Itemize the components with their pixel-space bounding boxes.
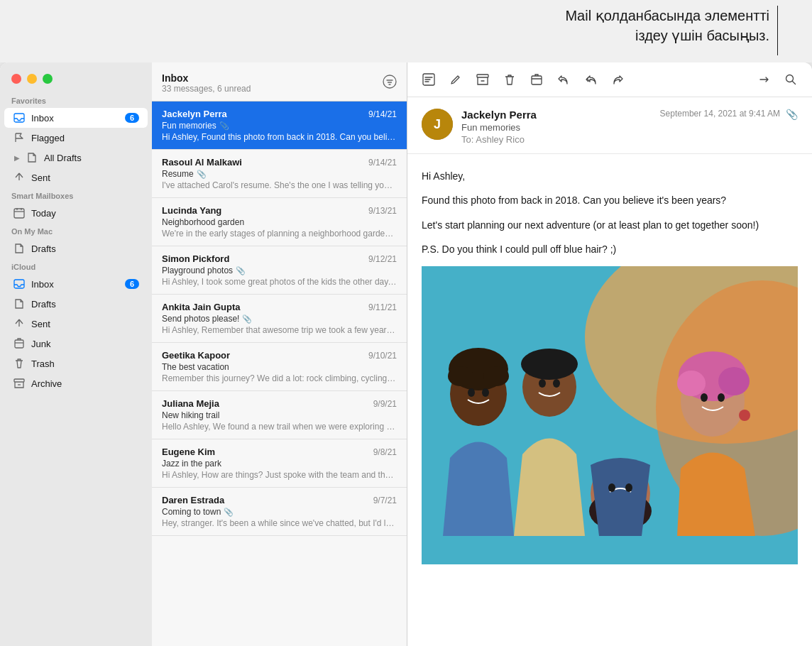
message-items: Jackelyn Perra 9/14/21 Fun memories 📎 Hi… xyxy=(152,102,407,646)
detail-header: J Jackelyn Perra Fun memories To: Ashley… xyxy=(407,97,812,154)
svg-rect-1 xyxy=(14,209,24,218)
maximize-button[interactable] xyxy=(43,74,53,84)
sidebar-item-icloud-inbox[interactable]: Inbox 6 xyxy=(4,274,148,294)
junk-button[interactable] xyxy=(527,70,547,89)
message-row1: Lucinda Yang 9/13/21 xyxy=(162,205,397,216)
message-subject: New hiking trail xyxy=(162,410,397,420)
inbox-icon xyxy=(13,111,26,124)
detail-date-area: September 14, 2021 at 9:41 AM 📎 xyxy=(660,109,798,120)
message-date: 9/14/21 xyxy=(368,158,397,168)
sidebar-item-icloud-trash[interactable]: Trash xyxy=(4,354,148,373)
icloud-trash-label: Trash xyxy=(31,358,139,369)
message-date: 9/13/21 xyxy=(368,206,397,216)
icloud-trash-icon xyxy=(13,357,26,370)
today-icon xyxy=(13,207,26,219)
message-item[interactable]: Ankita Jain Gupta 9/11/21 Send photos pl… xyxy=(152,295,407,343)
message-row1: Rasoul Al Malkawi 9/14/21 xyxy=(162,157,397,168)
sidebar-item-icloud-junk[interactable]: Junk xyxy=(4,334,148,354)
reply-all-button[interactable] xyxy=(581,70,600,89)
sidebar-item-icloud-sent[interactable]: Sent xyxy=(4,314,148,334)
message-row1: Juliana Mejia 9/9/21 xyxy=(162,398,397,409)
message-date: 9/10/21 xyxy=(368,351,397,361)
disclosure-arrow-drafts: ▶ xyxy=(13,153,21,162)
icloud-archive-label: Archive xyxy=(31,378,139,389)
message-date: 9/7/21 xyxy=(373,496,397,505)
sidebar-item-all-drafts[interactable]: ▶ All Drafts xyxy=(4,148,148,168)
svg-point-28 xyxy=(677,371,706,396)
message-subject: Send photos please! 📎 xyxy=(162,314,397,324)
message-item[interactable]: Daren Estrada 9/7/21 Coming to town 📎 He… xyxy=(152,488,407,536)
icloud-archive-icon xyxy=(13,377,26,390)
message-subject: Neighborhood garden xyxy=(162,217,397,227)
smart-mailboxes-label: Smart Mailboxes xyxy=(0,187,152,203)
svg-point-12 xyxy=(786,75,794,82)
message-item[interactable]: Juliana Mejia 9/9/21 New hiking trail He… xyxy=(152,391,407,439)
icloud-inbox-label: Inbox xyxy=(31,279,125,290)
search-button[interactable] xyxy=(781,70,801,89)
minimize-button[interactable] xyxy=(27,74,37,84)
sidebar-item-icloud-drafts[interactable]: Drafts xyxy=(4,294,148,314)
mailbox-count: 33 messages, 6 unread xyxy=(162,84,251,94)
close-button[interactable] xyxy=(11,74,21,84)
message-row1: Eugene Kim 9/8/21 xyxy=(162,447,397,457)
message-item[interactable]: Geetika Kapoor 9/10/21 The best vacation… xyxy=(152,343,407,391)
svg-point-29 xyxy=(718,367,750,395)
message-sender: Jackelyn Perra xyxy=(162,109,227,119)
message-item[interactable]: Rasoul Al Malkawi 9/14/21 Resume 📎 I've … xyxy=(152,150,407,198)
message-date: 9/11/21 xyxy=(368,302,397,312)
icloud-drafts-icon xyxy=(13,297,26,310)
sidebar-item-inbox[interactable]: Inbox 6 xyxy=(4,108,148,128)
archive-button[interactable] xyxy=(473,70,493,89)
body-paragraph-1: Hi Ashley, xyxy=(422,168,798,184)
detail-toolbar xyxy=(407,62,812,97)
svg-point-38 xyxy=(739,410,750,421)
message-date: 9/14/21 xyxy=(368,109,397,119)
sidebar-item-today[interactable]: Today xyxy=(4,203,148,223)
detail-attachment-icon: 📎 xyxy=(786,109,798,120)
new-message-button[interactable] xyxy=(419,70,439,89)
message-item[interactable]: Eugene Kim 9/8/21 Jazz in the park Hi As… xyxy=(152,439,407,488)
svg-rect-7 xyxy=(14,379,24,382)
email-detail: J Jackelyn Perra Fun memories To: Ashley… xyxy=(407,62,812,646)
sidebar-item-flagged[interactable]: Flagged xyxy=(4,128,148,148)
inbox-label: Inbox xyxy=(31,113,125,124)
icloud-label: iCloud xyxy=(0,258,152,274)
sidebar-item-drafts-local[interactable]: Drafts xyxy=(4,239,148,258)
forward-button[interactable] xyxy=(608,70,627,89)
sidebar-item-icloud-archive[interactable]: Archive xyxy=(4,373,148,393)
icloud-sent-icon xyxy=(13,317,26,330)
trash-button[interactable] xyxy=(500,70,520,89)
svg-point-21 xyxy=(483,366,509,386)
message-preview: Remember this journey? We did a lot: roc… xyxy=(162,373,397,383)
message-subject: Playground photos 📎 xyxy=(162,265,397,275)
message-sender: Eugene Kim xyxy=(162,447,215,457)
message-subject: Jazz in the park xyxy=(162,459,397,469)
message-subject: Resume 📎 xyxy=(162,169,397,179)
message-sender: Juliana Mejia xyxy=(162,398,219,409)
icloud-inbox-icon xyxy=(13,278,26,290)
sidebar-item-sent[interactable]: Sent xyxy=(4,168,148,187)
annotation-line xyxy=(777,6,778,55)
message-item[interactable]: Lucinda Yang 9/13/21 Neighborhood garden… xyxy=(152,198,407,246)
message-row1: Ankita Jain Gupta 9/11/21 xyxy=(162,302,397,312)
svg-point-37 xyxy=(718,393,725,402)
detail-subject: Fun memories xyxy=(461,122,652,133)
detail-date-text: September 14, 2021 at 9:41 AM xyxy=(660,109,780,119)
message-sender: Simon Pickford xyxy=(162,253,229,264)
detail-sender-name: Jackelyn Perra xyxy=(461,109,652,121)
reply-button[interactable] xyxy=(554,70,574,89)
message-sender: Rasoul Al Malkawi xyxy=(162,157,242,168)
attachment-icon: 📎 xyxy=(236,266,246,275)
more-button[interactable] xyxy=(754,70,774,89)
message-item[interactable]: Jackelyn Perra 9/14/21 Fun memories 📎 Hi… xyxy=(152,102,407,150)
icloud-inbox-badge: 6 xyxy=(125,279,139,289)
compose-button[interactable] xyxy=(446,70,466,89)
message-preview: Hey, stranger. It's been a while since w… xyxy=(162,518,397,528)
favorites-section-label: Favorites xyxy=(0,92,152,108)
filter-icon[interactable] xyxy=(383,75,397,92)
message-preview: Hi Ashley, How are things? Just spoke wi… xyxy=(162,470,397,480)
message-item[interactable]: Simon Pickford 9/12/21 Playground photos… xyxy=(152,246,407,295)
sidebar: Favorites Inbox 6 Flagged ▶ xyxy=(0,62,152,646)
message-preview: We're in the early stages of planning a … xyxy=(162,229,397,239)
body-paragraph-3: Let's start planning our next adventure … xyxy=(422,217,798,233)
